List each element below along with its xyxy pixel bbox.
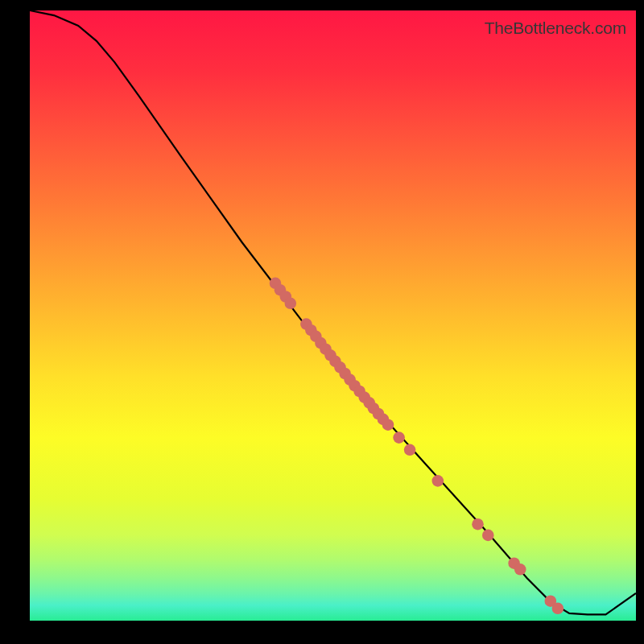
data-marker (393, 431, 405, 444)
data-marker (382, 419, 394, 431)
data-marker (472, 518, 484, 530)
data-marker (432, 475, 444, 487)
data-marker (552, 603, 564, 615)
data-marker (285, 298, 297, 310)
data-markers (270, 278, 564, 615)
bottleneck-chart: TheBottleneck.com (30, 10, 636, 621)
data-marker (514, 564, 526, 576)
performance-curve (30, 10, 636, 614)
data-marker (404, 444, 416, 456)
watermark-text: TheBottleneck.com (485, 19, 626, 38)
data-marker (482, 530, 494, 542)
chart-curve-layer (30, 10, 636, 621)
